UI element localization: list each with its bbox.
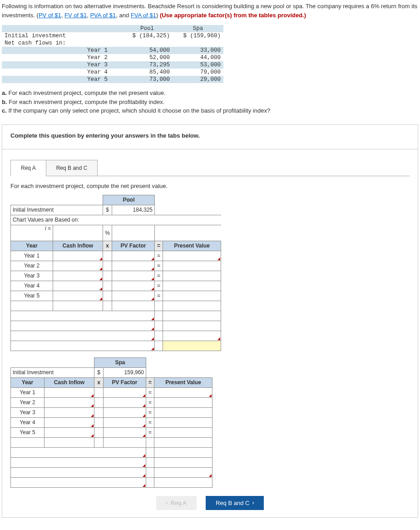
investment-data-table: PoolSpa Initial investment$ (184,325)$ (…: [2, 25, 223, 83]
spa-ci-4[interactable]: [44, 418, 94, 427]
problem-intro: Following is information on two alternat…: [2, 2, 418, 20]
spa-pv-1[interactable]: [154, 388, 212, 397]
pv-link[interactable]: PV of $1: [39, 12, 61, 19]
pool-ci-1[interactable]: [53, 251, 103, 260]
prev-button[interactable]: ‹Req A: [156, 496, 197, 510]
spa-pvf-3[interactable]: [104, 408, 146, 417]
tab-req-b-and-c[interactable]: Req B and C: [46, 160, 98, 176]
pool-pvf-4[interactable]: [112, 281, 154, 290]
spa-extra-pv[interactable]: [154, 468, 212, 477]
rate-input[interactable]: [13, 232, 51, 241]
spa-extra-3[interactable]: [11, 468, 146, 477]
pool-extra-1[interactable]: [11, 311, 154, 320]
pool-pvf-5[interactable]: [112, 291, 154, 300]
pool-pvf-1[interactable]: [112, 251, 154, 260]
chevron-right-icon: ›: [252, 500, 254, 506]
pool-extra-3[interactable]: [11, 331, 154, 340]
spa-pvf-1[interactable]: [104, 388, 146, 397]
chevron-left-icon: ‹: [166, 500, 168, 506]
next-button[interactable]: Req B and C›: [206, 496, 264, 510]
spa-pv-5[interactable]: [154, 428, 212, 437]
fv-link[interactable]: FV of $1: [64, 12, 87, 19]
tab-instruction: For each investment project, compute the…: [10, 183, 410, 189]
pool-ci-4[interactable]: [53, 281, 103, 290]
spa-ci-1[interactable]: [44, 388, 94, 397]
spa-pv-3[interactable]: [154, 408, 212, 417]
pool-pv-3[interactable]: [163, 271, 221, 280]
spa-pv-4[interactable]: [154, 418, 212, 427]
pool-ci-5[interactable]: [53, 291, 103, 300]
spa-pv-2[interactable]: [154, 398, 212, 407]
spa-ci-5[interactable]: [44, 428, 94, 437]
spa-extra-2[interactable]: [11, 458, 146, 467]
pool-ci-2[interactable]: [53, 261, 103, 270]
spa-extra-4[interactable]: [11, 478, 146, 487]
pool-table: Pool Initial Investment$184,325 Chart Va…: [10, 195, 221, 351]
spa-ci-2[interactable]: [44, 398, 94, 407]
pool-pv-1[interactable]: [163, 251, 221, 260]
pool-pv-2[interactable]: [163, 261, 221, 270]
pool-ci-3[interactable]: [53, 271, 103, 280]
spa-pvf-4[interactable]: [104, 418, 146, 427]
answer-frame: Complete this question by entering your …: [2, 124, 418, 518]
spa-extra-1[interactable]: [11, 448, 146, 457]
tab-req-a[interactable]: Req A: [10, 160, 46, 176]
pool-pvf-2[interactable]: [112, 261, 154, 270]
pool-pvf-3[interactable]: [112, 271, 154, 280]
pool-extra-4[interactable]: [11, 341, 154, 350]
tab-strip: Req A Req B and C: [10, 159, 418, 176]
pool-pv-4[interactable]: [163, 281, 221, 290]
answer-prompt: Complete this question by entering your …: [2, 125, 418, 149]
pool-extra-2[interactable]: [11, 321, 154, 330]
fva-link[interactable]: FVA of $1: [131, 12, 156, 19]
spa-ci-3[interactable]: [44, 408, 94, 417]
pool-pv-5[interactable]: [163, 291, 221, 300]
question-list: a. For each investment project, compute …: [2, 89, 418, 115]
pva-link[interactable]: PVA of $1: [90, 12, 116, 19]
spa-pvf-5[interactable]: [104, 428, 146, 437]
spa-pvf-2[interactable]: [104, 398, 146, 407]
pool-extra-pv[interactable]: [163, 331, 221, 340]
spa-table: Spa Initial Investment$159,960 YearCash …: [10, 357, 212, 488]
